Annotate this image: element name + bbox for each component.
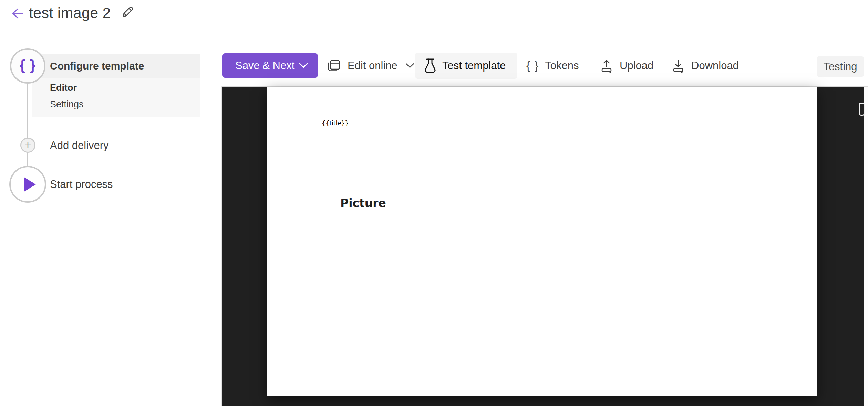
start-process-circle[interactable] <box>9 166 46 203</box>
download-label: Download <box>691 60 739 72</box>
page-title: test image 2 <box>29 0 111 25</box>
tokens-button[interactable]: { } Tokens <box>526 53 579 78</box>
scrollbar-thumb[interactable] <box>859 103 865 116</box>
add-delivery-circle[interactable]: + <box>20 138 35 153</box>
save-next-button[interactable]: Save & Next <box>222 53 318 78</box>
step-configure-label: Configure template <box>50 60 144 72</box>
substep-settings[interactable]: Settings <box>50 97 84 111</box>
flask-icon <box>424 57 436 74</box>
scrollbar-track[interactable] <box>864 87 868 406</box>
test-template-button[interactable]: Test template <box>415 53 517 79</box>
chevron-down-icon <box>299 63 308 68</box>
play-icon <box>24 177 36 192</box>
upload-icon <box>599 58 614 73</box>
title-token-text: {{title}} <box>322 119 349 127</box>
edit-online-button[interactable]: Edit online <box>327 53 414 78</box>
save-next-label: Save & Next <box>235 60 294 72</box>
step-configure-template[interactable]: Configure template <box>32 54 200 78</box>
rename-title-button[interactable] <box>118 3 137 22</box>
braces-icon: { } <box>526 59 539 72</box>
testing-mode-badge[interactable]: Testing <box>817 56 864 77</box>
pencil-icon <box>120 5 135 20</box>
substep-editor[interactable]: Editor <box>50 81 77 95</box>
download-icon <box>671 58 685 73</box>
arrow-left-icon <box>9 6 25 21</box>
plus-icon: + <box>24 139 31 152</box>
window-icon <box>327 58 342 73</box>
step-start-process-label[interactable]: Start process <box>50 177 113 192</box>
upload-button[interactable]: Upload <box>599 53 653 78</box>
test-template-label: Test template <box>442 60 506 72</box>
step-add-delivery-label[interactable]: Add delivery <box>50 138 109 153</box>
braces-icon: { } <box>20 57 36 75</box>
back-button[interactable] <box>8 6 25 21</box>
stepper-connector <box>27 152 28 167</box>
upload-label: Upload <box>620 60 653 72</box>
step-configure-submenu: Editor Settings <box>32 78 200 117</box>
step-configure-circle[interactable]: { } <box>10 48 45 84</box>
testing-badge-label: Testing <box>823 61 857 73</box>
document-page: {{title}} Picture <box>267 87 817 396</box>
stepper-connector <box>27 82 28 139</box>
tokens-label: Tokens <box>545 60 579 72</box>
document-heading-text: Picture <box>340 196 386 210</box>
edit-online-label: Edit online <box>348 60 397 72</box>
chevron-down-icon <box>405 63 414 68</box>
download-button[interactable]: Download <box>671 53 739 78</box>
template-editor-canvas: {{title}} Picture <box>221 86 868 406</box>
